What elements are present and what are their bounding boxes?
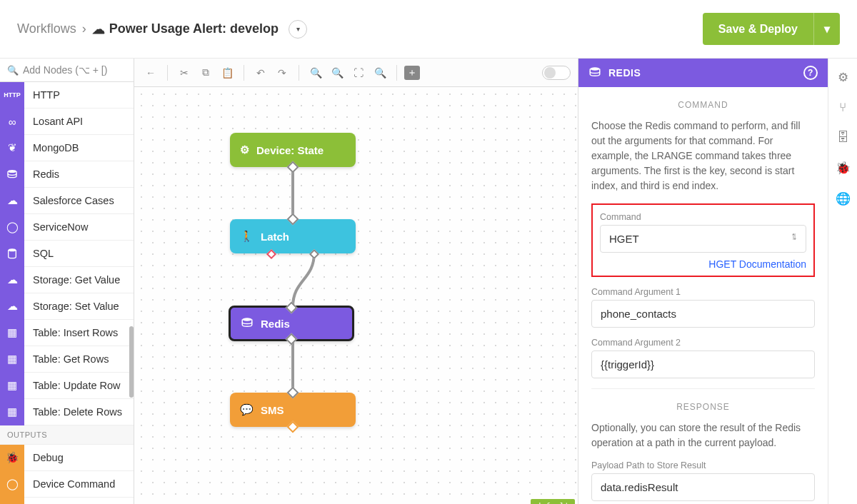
sidebar-item[interactable]: ❦MongoDB (0, 135, 134, 161)
save-deploy-button[interactable]: Save & Deploy (703, 13, 813, 45)
sidebar-item[interactable]: ∞Losant API (0, 109, 134, 135)
save-deploy-dropdown[interactable]: ▾ (813, 13, 840, 45)
search-icon: 🔍 (7, 65, 19, 76)
stack-icon (241, 316, 254, 331)
sidebar-item[interactable]: ▦Table: Delete Rows (0, 399, 134, 425)
cut-button[interactable]: ✂ (175, 64, 194, 82)
stack-icon (0, 161, 24, 188)
sidebar-item[interactable]: ◯ServiceNow (0, 214, 134, 241)
cloud-icon: ☁ (92, 21, 105, 37)
search-nodes[interactable]: 🔍 Add Nodes (⌥ + [) (0, 59, 134, 82)
sidebar-item[interactable]: ▦Table: Update Row (0, 373, 134, 399)
zoom-in-button[interactable]: 🔍 (328, 64, 346, 82)
sidebar-item-label: Salesforce Cases (24, 195, 114, 206)
sidebar-item-label: Table: Insert Rows (24, 327, 118, 338)
leaf-icon: ❦ (0, 135, 24, 161)
sidebar-item[interactable]: ▦Table: Get Rows (0, 346, 134, 373)
version-dropdown[interactable]: ▾ (289, 20, 307, 39)
copy-button[interactable]: ⧉ (196, 64, 215, 82)
sidebar: 🔍 Add Nodes (⌥ + [) HTTPHTTP∞Losant API❦… (0, 59, 134, 504)
sidebar-item-label: Table: Get Rows (24, 353, 109, 365)
bug-icon: 🐞 (0, 445, 24, 471)
circle-icon: ◯ (0, 471, 24, 498)
sidebar-item[interactable]: ☁Salesforce Cases (0, 188, 134, 214)
workflow-title: Power Usage Alert: develop (109, 21, 279, 36)
sidebar-item[interactable]: ◯Device State (0, 498, 134, 504)
gear-icon: ⚙ (240, 143, 249, 156)
back-button[interactable]: ← (141, 64, 160, 82)
undo-button[interactable]: ↶ (251, 64, 270, 82)
node-device-state[interactable]: ⚙ Device: State (230, 133, 356, 167)
walk-icon: 🚶 (240, 230, 254, 243)
node-list: HTTPHTTP∞Losant API❦MongoDBRedis☁Salesfo… (0, 82, 134, 504)
gear-icon[interactable]: ⚙ (838, 70, 848, 85)
add-node-button[interactable]: ＋ (404, 66, 420, 80)
scrollbar[interactable] (129, 326, 134, 398)
fit-button[interactable]: ⛶ (349, 64, 368, 82)
result-label: Payload Path to Store Result (591, 460, 815, 470)
database-icon[interactable]: 🗄 (837, 131, 849, 145)
response-section-header: RESPONSE (591, 402, 815, 412)
page-title: ☁ Power Usage Alert: develop (92, 21, 279, 37)
cloud-icon: ☁ (0, 188, 24, 214)
zoom-reset-button[interactable]: 🔍 (371, 64, 389, 82)
svg-point-0 (8, 170, 16, 173)
breadcrumb-root[interactable]: Workflows (17, 21, 76, 36)
arg2-input[interactable] (591, 351, 815, 378)
response-help-text: Optionally, you can store the result of … (591, 420, 815, 450)
globe-icon[interactable]: 🌐 (836, 191, 851, 206)
header: Workflows › ☁ Power Usage Alert: develop… (0, 0, 857, 59)
command-label: Command (600, 212, 806, 222)
panel-title: REDIS (608, 67, 641, 79)
branch-icon[interactable]: ⑂ (839, 101, 846, 115)
sidebar-item[interactable]: ◯Device Command (0, 471, 134, 498)
node-label: SMS (261, 404, 284, 416)
help-icon[interactable]: ? (803, 66, 818, 80)
circle-icon: ◯ (0, 498, 24, 505)
sidebar-item-label: Storage: Get Value (24, 274, 120, 286)
command-select[interactable]: HGET (600, 225, 806, 253)
sidebar-item[interactable]: HTTPHTTP (0, 82, 134, 109)
hget-doc-link[interactable]: HGET Documentation (600, 258, 806, 270)
table-icon: ▦ (0, 399, 24, 425)
save-deploy-group: Save & Deploy ▾ (703, 13, 840, 45)
sidebar-item[interactable]: SQL (0, 241, 134, 267)
node-label: Redis (261, 318, 290, 330)
node-label: Device: State (256, 144, 324, 156)
sidebar-item-label: HTTP (24, 89, 60, 101)
cloudup-icon: ☁ (0, 293, 24, 320)
arg2-label: Command Argument 2 (591, 338, 815, 348)
http-icon: HTTP (0, 82, 24, 109)
redo-button[interactable]: ↷ (273, 64, 291, 82)
node-sms[interactable]: 💬 SMS (230, 393, 356, 427)
svg-point-3 (590, 67, 600, 71)
sidebar-item[interactable]: 🐞Debug (0, 445, 134, 471)
sidebar-item-label: ServiceNow (24, 221, 88, 233)
bug-icon[interactable]: 🐞 (836, 161, 851, 176)
arg1-input[interactable] (591, 300, 815, 328)
node-label: Latch (261, 231, 289, 243)
sidebar-item-label: MongoDB (24, 142, 79, 153)
outputs-header: OUTPUTS (0, 425, 134, 445)
node-redis[interactable]: Redis (229, 306, 354, 341)
svg-point-2 (242, 318, 252, 321)
paste-button[interactable]: 📋 (218, 64, 236, 82)
preview-toggle[interactable] (542, 66, 571, 80)
sidebar-item[interactable]: ▦Table: Insert Rows (0, 320, 134, 346)
table-icon: ▦ (0, 373, 24, 399)
table-icon: ▦ (0, 320, 24, 346)
sidebar-item[interactable]: ☁Storage: Get Value (0, 267, 134, 293)
sidebar-item[interactable]: ☁Storage: Set Value (0, 293, 134, 320)
result-input[interactable] (591, 473, 815, 501)
svg-point-1 (9, 248, 16, 251)
canvas[interactable]: ⚙ Device: State 🚶 Latch Redis 💬 (134, 87, 578, 504)
zoom-out-button[interactable]: 🔍 (306, 64, 325, 82)
sidebar-item-label: Table: Delete Rows (24, 406, 122, 418)
sidebar-item-label: Redis (24, 168, 59, 180)
command-highlight: Command HGET HGET Documentation (591, 203, 815, 277)
node-latch[interactable]: 🚶 Latch (230, 219, 356, 253)
default-tag: default (531, 499, 575, 504)
sidebar-item-label: Device Command (24, 478, 115, 490)
canvas-toolbar: ← ✂ ⧉ 📋 ↶ ↷ 🔍 🔍 ⛶ 🔍 ＋ (134, 59, 578, 87)
sidebar-item[interactable]: Redis (0, 161, 134, 188)
